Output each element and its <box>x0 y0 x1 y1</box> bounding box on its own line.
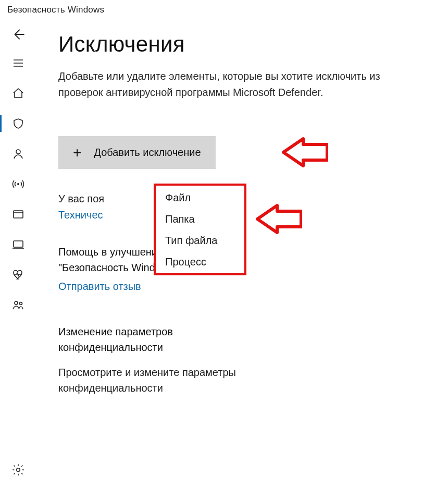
send-feedback-link[interactable]: Отправить отзыв <box>58 281 141 293</box>
annotation-arrow-1 <box>280 137 328 169</box>
sidebar <box>0 51 36 396</box>
dropdown-item-filetype[interactable]: Тип файла <box>165 235 235 247</box>
dropdown-item-process[interactable]: Процесс <box>165 256 235 268</box>
svg-point-4 <box>15 301 18 305</box>
app-control-icon[interactable] <box>11 207 26 222</box>
account-icon[interactable] <box>11 147 26 161</box>
back-arrow-icon[interactable] <box>11 34 25 43</box>
faq-row: У вас поя ? <box>58 193 438 205</box>
device-icon[interactable] <box>11 237 26 252</box>
dropdown-item-file[interactable]: Файл <box>165 192 235 204</box>
privacy-block-title: Изменение параметров конфиденциальности <box>58 324 235 355</box>
add-exclusion-label: Добавить исключение <box>94 147 201 159</box>
home-icon[interactable] <box>11 86 26 101</box>
svg-point-1 <box>17 183 19 185</box>
content-area: Исключения Добавьте или удалите элементы… <box>36 51 448 396</box>
shield-icon[interactable] <box>11 116 26 131</box>
page-title: Исключения <box>58 32 438 57</box>
annotation-arrow-2 <box>254 204 302 236</box>
faq-link[interactable]: Техничес <box>58 209 103 221</box>
svg-point-5 <box>20 302 22 305</box>
heart-health-icon[interactable] <box>11 268 26 282</box>
svg-point-6 <box>17 468 20 472</box>
exclusion-type-dropdown: Файл Папка Тип файла Процесс <box>154 184 246 275</box>
hamburger-icon[interactable] <box>11 56 26 70</box>
settings-icon[interactable] <box>0 463 36 477</box>
svg-rect-2 <box>14 211 23 218</box>
privacy-block-body: Просмотрите и измените параметры конфиде… <box>58 364 256 396</box>
svg-rect-3 <box>14 241 23 247</box>
faq-text-left: У вас поя <box>58 193 104 204</box>
page-subtitle: Добавьте или удалите элементы, которые в… <box>58 68 392 101</box>
network-icon[interactable] <box>11 177 26 191</box>
privacy-block: Изменение параметров конфиденциальности … <box>58 324 438 396</box>
app-title: Безопасность Windows <box>0 0 448 15</box>
help-block: Помощь в улучшении службы "Безопасность … <box>58 244 438 293</box>
dropdown-item-folder[interactable]: Папка <box>165 213 235 225</box>
svg-point-0 <box>16 150 20 154</box>
add-exclusion-button[interactable]: + Добавить исключение <box>58 136 216 169</box>
family-icon[interactable] <box>11 298 26 312</box>
